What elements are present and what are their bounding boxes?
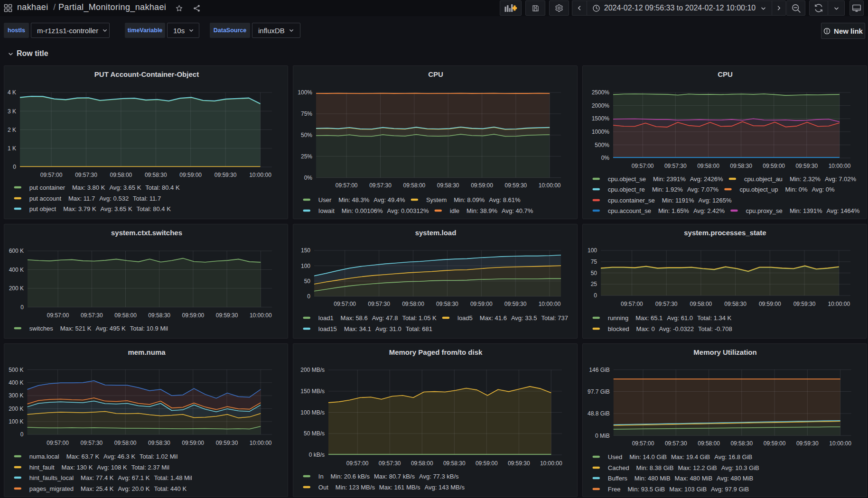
svg-text:09:57:30: 09:57:30 <box>75 172 97 178</box>
svg-text:09:57:00: 09:57:00 <box>621 301 643 307</box>
svg-text:Max: 77.4 K: Max: 77.4 K <box>81 474 114 481</box>
svg-text:Avg: 77.3 kB/s: Avg: 77.3 kB/s <box>419 473 459 480</box>
svg-text:09:59:00: 09:59:00 <box>471 182 493 189</box>
svg-text:0 MiB: 0 MiB <box>595 433 610 439</box>
svg-text:Total: 10.9 Mil: Total: 10.9 Mil <box>130 325 168 332</box>
svg-text:Min: 93.5 GiB: Min: 93.5 GiB <box>628 486 665 493</box>
svg-text:System: System <box>426 196 447 203</box>
svg-text:09:59:00: 09:59:00 <box>764 440 786 447</box>
svg-text:1 K: 1 K <box>8 145 16 152</box>
svg-text:09:58:00: 09:58:00 <box>114 312 137 319</box>
svg-text:CPU: CPU <box>428 70 443 78</box>
svg-text:Avg: 2426%: Avg: 2426% <box>690 175 723 183</box>
svg-text:Avg: -0.0322: Avg: -0.0322 <box>659 325 694 332</box>
svg-text:Avg: 3.65 K: Avg: 3.65 K <box>109 184 141 191</box>
svg-text:Avg: 1265%: Avg: 1265% <box>699 197 732 204</box>
svg-text:09:58:00: 09:58:00 <box>697 163 719 169</box>
svg-text:48.8 GiB: 48.8 GiB <box>588 410 610 417</box>
svg-text:75%: 75% <box>301 111 312 117</box>
svg-text:Avg: 47.8: Avg: 47.8 <box>372 314 398 322</box>
svg-text:09:57:30: 09:57:30 <box>369 182 392 189</box>
svg-text:600 K: 600 K <box>9 248 24 254</box>
svg-text:25%: 25% <box>301 153 312 160</box>
svg-text:0: 0 <box>307 293 310 300</box>
svg-text:pages_migrated: pages_migrated <box>29 485 74 492</box>
svg-text:system.ctxt.switches: system.ctxt.switches <box>111 229 182 237</box>
svg-text:09:59:30: 09:59:30 <box>508 460 530 467</box>
svg-text:blocked: blocked <box>608 325 629 332</box>
svg-text:09:58:30: 09:58:30 <box>724 301 747 307</box>
svg-text:Avg: 0.532: Avg: 0.532 <box>99 195 129 202</box>
svg-text:100: 100 <box>588 247 597 254</box>
svg-text:2 K: 2 K <box>8 127 16 133</box>
svg-text:97.7 GiB: 97.7 GiB <box>588 388 610 395</box>
svg-text:09:57:00: 09:57:00 <box>336 182 358 189</box>
svg-text:Total: 1.02 Mil: Total: 1.02 Mil <box>140 453 177 460</box>
svg-text:Memory Paged from/to disk: Memory Paged from/to disk <box>389 348 483 356</box>
svg-text:50 MB/s: 50 MB/s <box>304 430 325 437</box>
svg-text:Total: 737: Total: 737 <box>541 314 568 322</box>
svg-text:25: 25 <box>591 281 597 287</box>
svg-text:400 K: 400 K <box>9 267 24 273</box>
svg-text:10:00:00: 10:00:00 <box>828 301 850 307</box>
svg-text:load15: load15 <box>318 325 337 332</box>
svg-text:75: 75 <box>591 258 597 265</box>
svg-text:cpu.account_se: cpu.account_se <box>608 207 651 214</box>
svg-text:1000%: 1000% <box>592 129 610 135</box>
svg-text:100 K: 100 K <box>9 418 23 425</box>
svg-text:09:59:00: 09:59:00 <box>179 172 202 178</box>
svg-text:Min: 20.6 kB/s: Min: 20.6 kB/s <box>331 473 370 480</box>
svg-text:cpu.container_se: cpu.container_se <box>608 197 655 204</box>
svg-text:Total: 1.05 K: Total: 1.05 K <box>402 314 437 322</box>
svg-text:09:58:30: 09:58:30 <box>148 312 170 319</box>
svg-text:Avg: 33.5: Avg: 33.5 <box>511 314 537 322</box>
svg-text:cpu.object_au: cpu.object_au <box>744 175 783 183</box>
svg-text:09:57:00: 09:57:00 <box>47 440 69 446</box>
svg-text:Memory Utilization: Memory Utilization <box>693 348 756 356</box>
svg-text:Min: 1191%: Min: 1191% <box>662 197 694 204</box>
svg-text:400 K: 400 K <box>9 379 23 386</box>
svg-text:Avg: 7.07%: Avg: 7.07% <box>687 186 719 193</box>
svg-text:cpu.object_up: cpu.object_up <box>740 186 778 193</box>
svg-text:Max: 521 K: Max: 521 K <box>60 325 92 332</box>
svg-text:Min: 38.9%: Min: 38.9% <box>467 207 497 214</box>
svg-text:idle: idle <box>450 207 459 214</box>
svg-text:09:59:00: 09:59:00 <box>470 301 493 307</box>
svg-text:Max: 12.2 GiB: Max: 12.2 GiB <box>678 464 717 471</box>
svg-text:Total: 1.34 K: Total: 1.34 K <box>697 314 732 322</box>
svg-text:300 K: 300 K <box>9 392 23 399</box>
svg-text:10:00:00: 10:00:00 <box>249 172 271 178</box>
svg-text:09:57:00: 09:57:00 <box>346 460 369 467</box>
svg-text:09:57:00: 09:57:00 <box>334 301 356 307</box>
svg-text:Max: 0: Max: 0 <box>636 325 655 332</box>
svg-text:Avg: 61.0: Avg: 61.0 <box>667 314 693 322</box>
svg-text:Avg: 49.4%: Avg: 49.4% <box>373 196 405 203</box>
svg-text:10:00:00: 10:00:00 <box>539 301 561 307</box>
svg-text:09:59:30: 09:59:30 <box>795 163 818 169</box>
svg-text:50: 50 <box>591 270 597 277</box>
svg-text:Min: 8.38 GiB: Min: 8.38 GiB <box>636 464 674 471</box>
svg-text:load5: load5 <box>457 314 473 322</box>
svg-text:Total: 11.7: Total: 11.7 <box>133 195 161 202</box>
svg-text:09:57:30: 09:57:30 <box>665 440 687 447</box>
svg-text:Max: 130 K: Max: 130 K <box>62 464 93 471</box>
svg-text:09:59:30: 09:59:30 <box>505 182 527 189</box>
svg-text:Min: 0%: Min: 0% <box>785 186 808 193</box>
svg-text:Avg: 0%: Avg: 0% <box>812 186 835 193</box>
svg-text:100%: 100% <box>298 89 312 96</box>
svg-text:Avg: 2.42%: Avg: 2.42% <box>693 207 725 214</box>
svg-text:09:57:30: 09:57:30 <box>81 312 103 319</box>
svg-text:150 MB/s: 150 MB/s <box>300 388 325 395</box>
svg-text:10:00:00: 10:00:00 <box>540 460 562 467</box>
svg-text:3 K: 3 K <box>8 108 16 115</box>
svg-text:Min: 2391%: Min: 2391% <box>653 175 686 183</box>
svg-text:Max: 161 MB/s: Max: 161 MB/s <box>379 484 420 491</box>
svg-text:09:57:30: 09:57:30 <box>81 440 103 446</box>
svg-text:09:58:30: 09:58:30 <box>437 182 459 189</box>
svg-text:load1: load1 <box>318 314 334 322</box>
svg-text:0%: 0% <box>601 155 610 161</box>
svg-text:10:00:00: 10:00:00 <box>250 312 272 319</box>
svg-text:50: 50 <box>304 278 311 285</box>
svg-text:Max: 19.4 GiB: Max: 19.4 GiB <box>671 453 710 461</box>
svg-text:Max: 3.79 K: Max: 3.79 K <box>63 205 96 212</box>
